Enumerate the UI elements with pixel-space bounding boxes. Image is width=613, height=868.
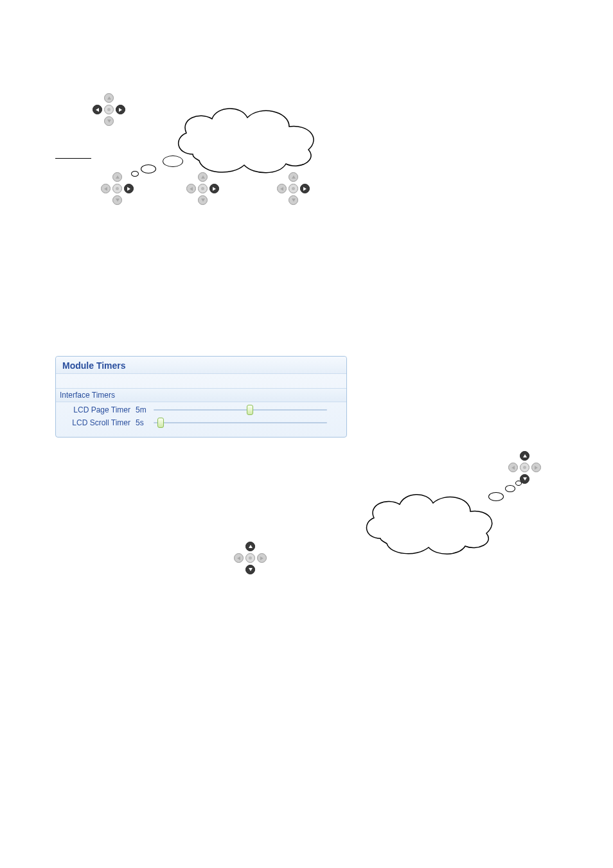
dpad-down-button [112,195,122,205]
triangle-down-icon [201,199,205,202]
triangle-left-icon [96,108,99,112]
lcd-scroll-timer-slider[interactable] [154,418,327,428]
dpad-small-3 [277,172,310,206]
panel-subtitle: Interface Timers [56,388,346,402]
triangle-up-icon [107,96,111,100]
triangle-right-icon [127,187,130,191]
slider-track [154,422,327,423]
dpad-center-button [520,463,529,472]
dpad-up-button [112,172,122,182]
triangle-down-icon [523,477,527,481]
dpad-right-button [257,553,267,563]
dpad-right [508,451,542,484]
dpad-top [93,93,126,127]
dpad-right-button [209,184,219,193]
panel-title: Module Timers [56,357,346,374]
dpad-up-button [245,542,255,551]
dpad-left-button [508,463,518,472]
triangle-up-icon [523,454,527,457]
dpad-center-button [104,105,114,114]
triangle-right-icon [260,556,263,560]
triangle-up-icon [249,545,253,548]
dpad-down-button [245,565,255,574]
dpad-center-button [112,184,122,193]
thought-bubble [141,164,156,173]
thought-cloud [355,487,506,558]
slider-thumb[interactable] [247,405,253,415]
dpad-center-button [289,184,298,193]
triangle-down-icon [107,120,111,123]
triangle-down-icon [116,199,120,202]
triangle-down-icon [249,568,253,571]
dpad-center-button [198,184,208,193]
triangle-left-icon [104,187,107,191]
dpad-center [234,542,267,575]
lcd-scroll-timer-row: LCD Scroll Timer 5s [56,415,346,428]
thought-bubble [163,155,183,167]
thought-bubble [505,485,515,492]
center-dot-icon [107,108,111,111]
center-dot-icon [249,556,252,560]
dpad-right-button [300,184,310,193]
triangle-left-icon [190,187,193,191]
dpad-right-button [116,105,125,114]
thought-bubble [488,492,504,501]
divider-line [55,158,91,159]
center-dot-icon [116,187,119,190]
dpad-small-2 [186,172,220,206]
dpad-left-button [234,553,244,563]
slider-value: 5s [136,418,154,427]
triangle-left-icon [237,556,240,560]
dpad-down-button [198,195,208,205]
triangle-right-icon [213,187,216,191]
dpad-small-1 [101,172,134,206]
dpad-center-button [245,553,255,563]
slider-thumb[interactable] [157,418,164,428]
thought-bubble [131,171,139,177]
slider-label: LCD Scroll Timer [65,418,136,427]
module-timers-panel: Module Timers Interface Timers LCD Page … [55,356,347,438]
lcd-page-timer-slider[interactable] [154,405,327,415]
thought-cloud [164,100,331,177]
triangle-down-icon [292,199,296,202]
dpad-left-button [93,105,102,114]
triangle-left-icon [280,187,283,191]
lcd-page-timer-row: LCD Page Timer 5m [56,402,346,415]
thought-bubble [515,481,522,486]
dpad-right-button [124,184,134,193]
dpad-left-button [277,184,287,193]
center-dot-icon [292,187,295,190]
dpad-down-button [104,116,114,126]
triangle-right-icon [303,187,306,191]
center-dot-icon [523,466,526,469]
slider-track [154,409,327,411]
dpad-down-button [289,195,298,205]
dpad-right-button [531,463,541,472]
dpad-left-button [101,184,111,193]
dpad-left-button [186,184,196,193]
triangle-up-icon [116,175,120,179]
triangle-right-icon [535,466,538,470]
dpad-up-button [104,93,114,103]
triangle-right-icon [119,108,122,112]
center-dot-icon [201,187,204,190]
triangle-left-icon [511,466,515,470]
slider-label: LCD Page Timer [65,405,136,414]
dpad-up-button [520,451,529,461]
slider-value: 5m [136,405,154,414]
